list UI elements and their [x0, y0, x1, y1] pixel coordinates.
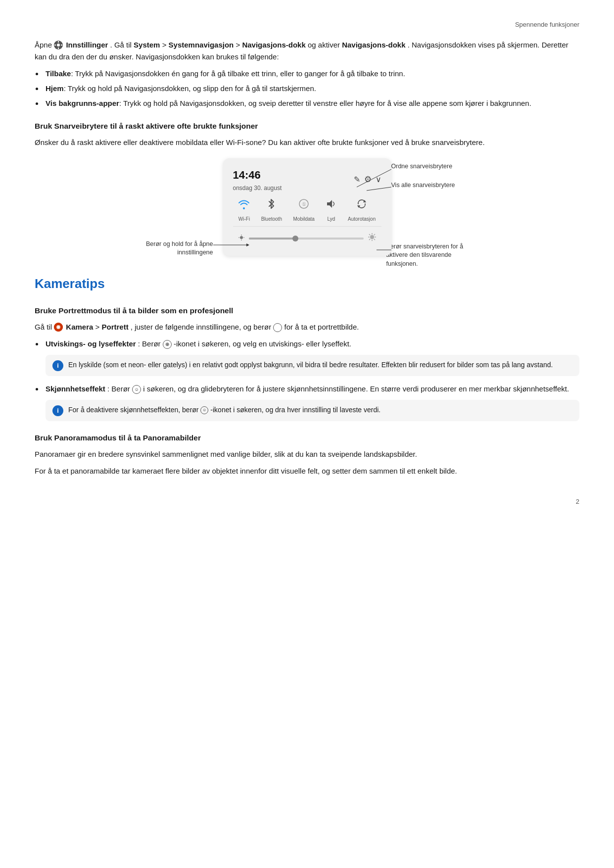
- svg-rect-5: [61, 45, 62, 46]
- navdokk-label: Navigasjons-dokk: [242, 41, 305, 49]
- shortcut-para: Ønsker du å raskt aktivere eller deaktiv…: [35, 137, 579, 148]
- svg-line-24: [369, 239, 370, 240]
- nav-bullet-list: Tilbake: Trykk på Navigasjonsdokken én g…: [44, 68, 579, 109]
- bullet-hjem: Hjem: Trykk og hold på Navigasjonsdokken…: [44, 83, 579, 95]
- bullet-vis-apper: Vis bakgrunns-apper: Trykk og hold på Na…: [44, 97, 579, 109]
- wifi-label: Wi-Fi: [238, 215, 250, 223]
- page-number: 2: [35, 497, 579, 507]
- svg-text:①: ①: [302, 201, 306, 207]
- phone-top-bar: 14:46 onsdag 30. august ✎ ⚙ ∨: [233, 166, 381, 193]
- shortcut-wifi: Wi-Fi: [238, 198, 250, 223]
- bullet-tilbake: Tilbake: Trykk på Navigasjonsdokken én g…: [44, 68, 579, 80]
- svg-rect-2: [58, 41, 59, 43]
- ann-right-mid: Vis alle snarveisbrytere: [391, 181, 471, 190]
- intro-open: Åpne: [35, 41, 54, 49]
- svg-marker-8: [327, 200, 332, 208]
- svg-line-22: [374, 239, 375, 240]
- systemnav-label: Systemnavigasjon: [169, 41, 234, 49]
- settings-icon-inline: [54, 41, 63, 49]
- beauty-icon: ☺: [132, 385, 141, 394]
- portrett-label: Portrett: [102, 323, 129, 331]
- phone-time: 14:46: [233, 166, 282, 184]
- svg-point-16: [370, 235, 374, 239]
- info-icon-2: i: [52, 405, 63, 416]
- svg-point-1: [57, 44, 60, 47]
- info-box-utviskings: i En lyskilde (som et neon- eller gately…: [46, 355, 579, 376]
- ann-right-top: Ordne snarveisbrytere: [391, 162, 471, 171]
- bluetooth-icon: [267, 198, 276, 214]
- shortcut-bluetooth: Bluetooth: [261, 198, 282, 223]
- system-label: System: [134, 41, 160, 49]
- phone-ui-panel: 14:46 onsdag 30. august ✎ ⚙ ∨ Wi-Fi: [223, 158, 391, 256]
- time-block: 14:46 onsdag 30. august: [233, 166, 282, 193]
- shortcut-icons-row: Wi-Fi Bluetooth ① Mobildata: [233, 198, 381, 227]
- camera-label: Kamera: [66, 323, 93, 331]
- autorotasjon-label: Autorotasjon: [348, 215, 376, 223]
- portrait-heading: Bruke Portrettmodus til å ta bilder som …: [35, 305, 579, 317]
- svg-point-11: [240, 236, 243, 239]
- shortcut-autorotasjon: Autorotasjon: [348, 198, 376, 223]
- ann-right-bot: Berør snarveisbryteren for å aktivere de…: [386, 242, 471, 269]
- intro-paragraph: Åpne Innstillinger . Gå til System > Sys…: [35, 39, 579, 63]
- shortcut-demo: Berør og hold for å åpne innstillingene …: [144, 158, 471, 256]
- portrait-bullet-list: Utviskings- og lyseffekter : Berør ⊕ -ik…: [44, 338, 579, 421]
- sound-icon: [326, 198, 336, 214]
- brightness-low-icon: [238, 233, 245, 244]
- brightness-high-icon: [368, 232, 377, 246]
- ann-left: Berør og hold for å åpne innstillingene: [144, 240, 213, 257]
- bullet-skjonnhet: Skjønnhetseffekt : Berør ☺ i søkeren, og…: [44, 383, 579, 421]
- phone-date: onsdag 30. august: [233, 184, 282, 193]
- wifi-icon: [238, 198, 249, 214]
- portrait-para: Gå til Kamera > Portrett , juster de føl…: [35, 321, 579, 333]
- effects-icon: ⊕: [163, 340, 172, 349]
- brightness-row: [233, 232, 381, 246]
- phone-top-icons: ✎ ⚙ ∨: [354, 173, 381, 186]
- info-box-skjonnhet: i For å deaktivere skjønnhetseffekten, b…: [46, 400, 579, 421]
- chevron-down-icon: ∨: [376, 173, 381, 186]
- svg-line-21: [369, 234, 370, 235]
- shortcut-lyd: Lyd: [326, 198, 336, 223]
- mobildata-label: Mobildata: [293, 215, 315, 223]
- navdokk2-label: Navigasjons-dokk: [342, 41, 405, 49]
- svg-rect-3: [58, 48, 59, 49]
- brightness-bar: [249, 238, 364, 240]
- page-header: Spennende funksjoner: [35, 20, 579, 30]
- bullet-utviskings: Utviskings- og lyseffekter : Berør ⊕ -ik…: [44, 338, 579, 376]
- svg-line-23: [374, 234, 375, 235]
- info-icon-1: i: [52, 360, 63, 371]
- panorama-para1: Panoramaer gir en bredere synsvinkel sam…: [35, 448, 579, 460]
- beauty-icon-2: ☺: [200, 406, 208, 414]
- gear-icon: ⚙: [364, 173, 372, 186]
- shortcut-heading: Bruk Snarveibrytere til å raskt aktivere…: [35, 120, 579, 133]
- header-text: Spennende funksjoner: [515, 21, 579, 28]
- camera-title: Kameratips: [35, 274, 579, 294]
- mobile-icon: ①: [298, 198, 309, 214]
- shortcut-mobildata: ① Mobildata: [293, 198, 315, 223]
- svg-rect-4: [54, 45, 56, 46]
- innstillinger-label: Innstillinger: [66, 41, 108, 49]
- circle-icon: [273, 323, 282, 332]
- camera-icon-inline: [54, 323, 63, 332]
- autorotate-icon: [356, 198, 367, 214]
- panorama-para2: For å ta et panoramabilde tar kameraet f…: [35, 465, 579, 477]
- edit-icon: ✎: [354, 173, 360, 186]
- svg-point-31: [57, 326, 59, 328]
- panorama-heading: Bruk Panoramamodus til å ta Panoramabild…: [35, 432, 579, 444]
- bluetooth-label: Bluetooth: [261, 215, 282, 223]
- lyd-label: Lyd: [328, 215, 335, 223]
